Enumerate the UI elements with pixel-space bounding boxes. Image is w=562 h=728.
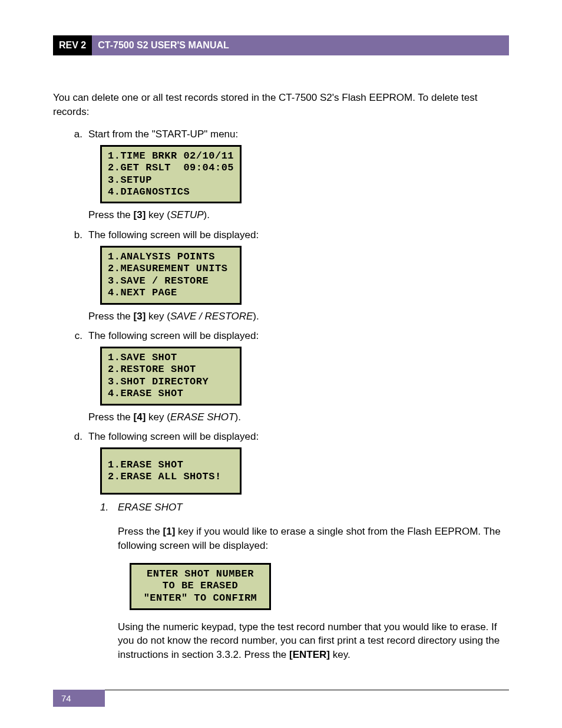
instruction: Press the [4] key (ERASE SHOT). [88,410,509,424]
step-list: a. Start from the "START-UP" menu: 1.TIM… [59,127,509,672]
step-c: c. The following screen will be displaye… [59,329,509,424]
revision-badge: REV 2 [53,35,92,55]
instruction: Press the [3] key (SETUP). [88,208,509,222]
step-label: c. [59,329,88,424]
page-number: 74 [53,690,105,707]
intro-text: You can delete one or all test records s… [53,91,509,119]
page-footer: 74 [53,690,509,707]
step-text: The following screen will be displayed: [88,329,509,343]
substep-text: Using the numeric keypad, type the test … [118,620,509,662]
substep-title: ERASE SHOT [118,500,509,515]
key-label: [4] [134,411,146,423]
footer-rule [105,690,509,707]
key-label: [3] [134,209,146,220]
lcd-screen: 1.TIME BRKR 02/10/11 2.GET RSLT 09:04:05… [100,145,242,204]
step-label: d. [59,430,88,672]
lcd-screen: 1.SAVE SHOT 2.RESTORE SHOT 3.SHOT DIRECT… [100,347,242,406]
step-label: a. [59,127,88,222]
key-label: [ENTER] [289,649,330,660]
lcd-screen: ENTER SHOT NUMBER TO BE ERASED "ENTER" T… [130,563,271,610]
step-text: Start from the "START-UP" menu: [88,127,509,141]
step-d: d. The following screen will be displaye… [59,430,509,672]
instruction: Press the [3] key (SAVE / RESTORE). [88,309,509,324]
substep-text: Press the [1] key if you would like to e… [118,525,509,553]
step-text: The following screen will be displayed: [88,430,509,444]
substep-1: 1. ERASE SHOT Press the [1] key if you w… [100,500,509,672]
page-header: REV 2 CT-7500 S2 USER'S MANUAL [53,35,509,55]
document-page: REV 2 CT-7500 S2 USER'S MANUAL You can d… [0,0,562,728]
step-text: The following screen will be displayed: [88,228,509,242]
step-a: a. Start from the "START-UP" menu: 1.TIM… [59,127,509,222]
step-label: b. [59,228,88,323]
manual-title: CT-7500 S2 USER'S MANUAL [92,35,509,55]
key-label: [3] [134,311,146,322]
lcd-screen: 1.ANALYSIS POINTS 2.MEASUREMENT UNITS 3.… [100,246,242,305]
lcd-screen: 1.ERASE SHOT 2.ERASE ALL SHOTS! [100,447,242,495]
key-label: [1] [163,526,176,537]
substep-label: 1. [100,500,118,672]
step-b: b. The following screen will be displaye… [59,228,509,323]
